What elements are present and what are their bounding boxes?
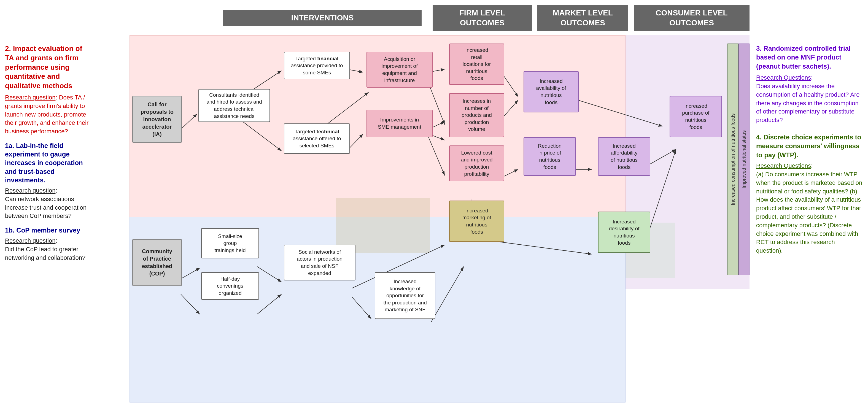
header-consumer: CONSUMER LEVEL OUTCOMES — [634, 5, 749, 31]
section3-rq-label: Research Questions — [756, 74, 811, 81]
section1b-rq: Research question: Did the CoP lead to g… — [5, 237, 89, 262]
section1a-rq-label: Research question — [5, 187, 55, 194]
section1a-rq-text: Can network associations increase trust … — [5, 196, 87, 220]
node-availability: Increased availability of nutritious foo… — [524, 71, 579, 113]
section2-rq: Research question: Does TA / grants impr… — [5, 93, 89, 136]
section4-rq-label: Research Questions — [756, 162, 811, 169]
left-sidebar: 2. Impact evaluation of TA and grants on… — [0, 0, 94, 408]
node-lowered-cost: Lowered cost and improved production pro… — [449, 146, 504, 181]
main-area: INTERVENTIONS FIRM LEVEL OUTCOMES MARKET… — [94, 0, 752, 408]
node-call-proposals: Call for proposals to innovation acceler… — [132, 96, 182, 143]
section3-rq-text: Does availability increase the consumpti… — [756, 83, 860, 123]
node-increased-marketing: Increased marketing of nutritious foods — [449, 200, 504, 242]
node-desirability: Increased desirability of nutritious foo… — [598, 212, 650, 253]
page: 2. Impact evaluation of TA and grants on… — [0, 0, 868, 408]
node-increases-number: Increases in number of products and prod… — [449, 93, 504, 137]
section4-rq-text: (a) Do consumers increase their WTP when… — [756, 171, 862, 254]
section1b-title: 1b. CoP member survey — [5, 226, 89, 234]
node-social-networks: Social networks of actors in production … — [284, 245, 355, 280]
node-affordability: Increased affordability of nutritious fo… — [598, 137, 650, 176]
section4-rq: Research Questions: (a) Do consumers inc… — [756, 162, 863, 255]
vertical-label-nutritional: Improved nutritional status — [739, 43, 749, 275]
right-sidebar: 3. Randomized controlled trial based on … — [752, 0, 868, 408]
node-small-group: Small-size group trainings held — [201, 228, 259, 258]
vertical-labels: Increased consumption of nutritious food… — [727, 43, 749, 275]
node-increased-knowledge: Increased knowledge of opportunities for… — [375, 272, 435, 319]
vertical-label-consumption: Increased consumption of nutritious food… — [727, 43, 739, 275]
node-cop: Community of Practice established (COP) — [132, 239, 182, 286]
section2-title: 2. Impact evaluation of TA and grants on… — [5, 44, 89, 91]
header-firm: FIRM LEVEL OUTCOMES — [433, 5, 532, 31]
section1a-rq: Research question: Can network associati… — [5, 187, 89, 220]
section1b-rq-label: Research question — [5, 237, 55, 244]
section1b-rq-text: Did the CoP lead to greater networking a… — [5, 246, 86, 261]
node-consultants: Consultants identified and hired to asse… — [198, 89, 270, 122]
section3-rq: Research Questions: Does availability in… — [756, 73, 863, 125]
node-targeted-financial: Targeted financial assistance provided t… — [284, 52, 350, 79]
node-increased-retail: Increased retail locations for nutritiou… — [449, 43, 504, 85]
node-improvements-mgmt: Improvements in SME management — [367, 109, 433, 137]
section3-title: 3. Randomized controlled trial based on … — [756, 44, 863, 71]
node-increased-purchase: Increased purchase of nutritious foods — [670, 96, 722, 137]
node-acquisition: Acquisition or improvement of equipment … — [367, 52, 433, 88]
section2-rq-label: Research question — [5, 94, 55, 101]
section1a-title: 1a. Lab-in-the field experiment to gauge… — [5, 141, 89, 184]
node-reduction-price: Reduction in price of nutritious foods — [524, 137, 576, 176]
section4-title: 4. Discrete choice experiments to measur… — [756, 133, 863, 159]
header-interventions: INTERVENTIONS — [223, 10, 422, 26]
header-market: MARKET LEVEL OUTCOMES — [537, 5, 628, 31]
node-targeted-technical: Targeted technical assistance offered to… — [284, 123, 350, 154]
headers-row: INTERVENTIONS FIRM LEVEL OUTCOMES MARKET… — [96, 3, 749, 33]
diagram-canvas: Call for proposals to innovation acceler… — [96, 35, 749, 405]
node-half-day: Half-day convenings organized — [201, 272, 259, 300]
